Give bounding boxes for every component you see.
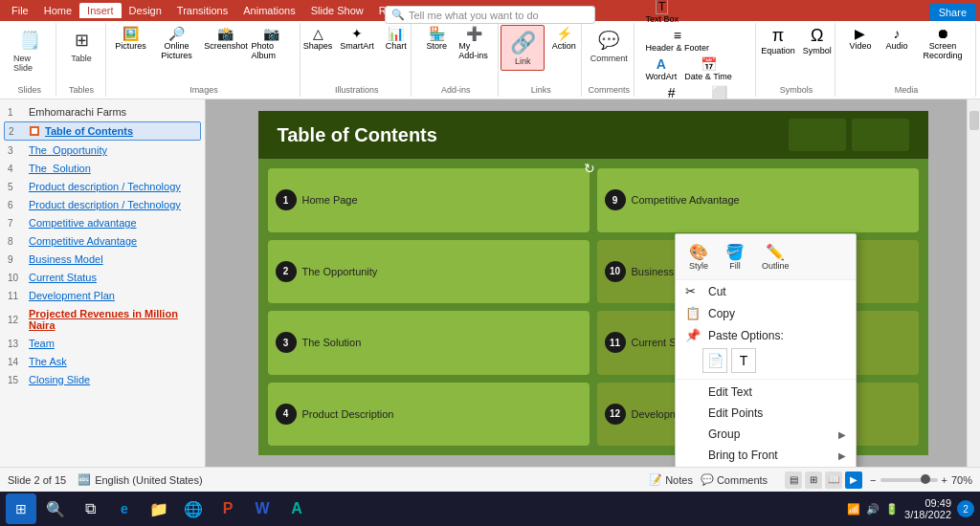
ctx-paste-keep-source[interactable]: 📄 xyxy=(702,348,727,373)
menu-slideshow[interactable]: Slide Show xyxy=(303,3,371,18)
new-slide-button[interactable]: 🗒️ New Slide xyxy=(10,25,50,75)
edge-button[interactable]: e xyxy=(109,493,140,524)
toc-item-4[interactable]: 4 Product Description xyxy=(268,383,590,447)
my-addins-button[interactable]: ➕ My Add-ins xyxy=(456,25,492,61)
slide-thumb-8[interactable]: 8 Competitive Advantage xyxy=(4,232,201,250)
ctx-send-to-back[interactable]: Send to Back ▶ xyxy=(676,466,856,467)
toc-item-1[interactable]: 1 Home Page xyxy=(268,168,590,232)
menu-design[interactable]: Design xyxy=(122,3,169,18)
comments-button[interactable]: 💬 Comments xyxy=(701,473,768,486)
tell-me-search[interactable]: 🔍 Tell me what you want to do xyxy=(385,6,595,24)
screenshot-button[interactable]: 📸 Screenshot xyxy=(205,25,246,61)
notification-badge[interactable]: 2 xyxy=(957,500,974,517)
symbol-button[interactable]: Ω Symbol xyxy=(800,25,835,56)
scrollbar-thumb[interactable] xyxy=(969,111,979,130)
menu-animations[interactable]: Animations xyxy=(235,3,302,18)
slide-thumb-6[interactable]: 6 Product description / Technology xyxy=(4,196,201,213)
slide-thumb-4[interactable]: 4 The_Solution xyxy=(4,160,201,177)
slide-thumb-15[interactable]: 15 Closing Slide xyxy=(4,371,201,388)
zoom-level: 70% xyxy=(951,474,972,486)
shapes-button[interactable]: △ Shapes xyxy=(301,25,336,52)
powerpoint-button[interactable]: P xyxy=(212,493,243,524)
normal-view-button[interactable]: ▤ xyxy=(785,471,802,489)
toc-item-9[interactable]: 9 Competitive Advantage xyxy=(597,168,919,232)
explorer-button[interactable]: 📁 xyxy=(144,493,174,524)
online-pictures-button[interactable]: 🔎 Online Pictures xyxy=(150,25,204,61)
reading-view-button[interactable]: 📖 xyxy=(825,471,842,489)
textbox-button[interactable]: T Text Box xyxy=(642,0,681,25)
ctx-cut[interactable]: ✂ Cut xyxy=(676,280,856,302)
equation-button[interactable]: π Equation xyxy=(758,25,798,56)
app8-button[interactable]: A xyxy=(281,493,312,524)
zoom-in-button[interactable]: + xyxy=(942,474,947,486)
chart-button[interactable]: 📊 Chart xyxy=(379,25,413,52)
header-deco-2 xyxy=(852,119,909,151)
right-scrollbar[interactable] xyxy=(967,99,980,467)
toc-item-3[interactable]: 3 The Solution xyxy=(268,311,590,375)
ctx-style-button[interactable]: 🎨 Style xyxy=(683,240,714,274)
ctx-outline-button[interactable]: ✏️ Outline xyxy=(756,240,795,274)
store-button[interactable]: 🏪 Store xyxy=(419,25,454,61)
slide-thumb-2[interactable]: 2 Table of Contents xyxy=(4,121,201,141)
header-deco-1 xyxy=(789,119,846,151)
zoom-slider[interactable] xyxy=(880,478,938,482)
ctx-copy[interactable]: 📋 Copy xyxy=(676,302,856,324)
comment-button[interactable]: 💬 Comment xyxy=(587,25,632,65)
view-buttons: ▤ ⊞ 📖 ▶ xyxy=(785,471,862,489)
task-view-button[interactable]: ⧉ xyxy=(75,493,105,524)
clock[interactable]: 09:49 3/18/2022 xyxy=(904,497,951,520)
ctx-paste-options[interactable]: 📌 Paste Options: xyxy=(676,324,856,346)
slide-sorter-button[interactable]: ⊞ xyxy=(805,471,822,489)
start-button[interactable]: ⊞ xyxy=(6,493,36,524)
slide-thumb-1[interactable]: 1 Emhomarachi Farms xyxy=(4,103,201,121)
ctx-group[interactable]: Group ▶ xyxy=(676,424,856,445)
photo-album-button[interactable]: 📷 Photo Album xyxy=(249,25,295,61)
pictures-button[interactable]: 🖼️ Pictures xyxy=(114,25,148,61)
zoom-slider-thumb[interactable] xyxy=(921,474,930,484)
link-button[interactable]: 🔗 Link xyxy=(501,25,545,71)
status-bar: Slide 2 of 15 🔤 English (United States) … xyxy=(0,467,980,492)
ctx-edit-points[interactable]: Edit Points xyxy=(676,403,856,424)
slide-thumb-5[interactable]: 5 Product description / Technology xyxy=(4,178,201,195)
date-time-button[interactable]: 📅 Date & Time xyxy=(681,55,735,82)
menu-transitions[interactable]: Transitions xyxy=(169,3,235,18)
slide-thumb-13[interactable]: 13 Team xyxy=(4,335,201,352)
wordart-icon: A xyxy=(657,56,666,72)
menu-insert[interactable]: Insert xyxy=(79,3,122,18)
equation-icon: π xyxy=(772,26,784,46)
slide-thumb-14[interactable]: 14 The Ask xyxy=(4,353,201,370)
smartart-button[interactable]: ✦ SmartArt xyxy=(337,25,377,52)
ctx-edit-text[interactable]: Edit Text xyxy=(676,382,856,403)
slide-thumb-12[interactable]: 12 Projected Revenues in Million Naira xyxy=(4,305,201,334)
toc-item-2[interactable]: 2 The Opportunity xyxy=(268,240,590,304)
edge-icon: e xyxy=(121,501,128,516)
slide-thumb-3[interactable]: 3 The_Opportunity xyxy=(4,142,201,159)
ribbon-group-links: 🔗 Link ⚡ Action Links xyxy=(501,23,582,97)
slide-thumb-9[interactable]: 9 Business Model xyxy=(4,251,201,268)
share-button[interactable]: Share xyxy=(929,4,976,21)
header-footer-button[interactable]: ≡ Header & Footer xyxy=(642,27,712,54)
ctx-paste-icon: 📌 xyxy=(685,328,701,342)
wordart-button[interactable]: A WordArt xyxy=(642,55,679,82)
table-button[interactable]: ⊞ Table xyxy=(64,25,99,65)
word-button[interactable]: W xyxy=(247,493,278,524)
slide-thumb-7[interactable]: 7 Competitive advantage xyxy=(4,214,201,231)
screen-recording-button[interactable]: ⏺ Screen Recording xyxy=(916,25,969,61)
slide-thumb-10[interactable]: 10 Current Status xyxy=(4,269,201,286)
video-button[interactable]: ▶ Video xyxy=(843,25,878,61)
ctx-paste-text-only[interactable]: T xyxy=(731,348,756,373)
notes-button[interactable]: 📝 Notes xyxy=(649,473,693,486)
audio-button[interactable]: ♪ Audio xyxy=(880,25,914,61)
slide-thumb-11[interactable]: 11 Development Plan xyxy=(4,287,201,304)
rotate-handle[interactable]: ↻ xyxy=(584,161,595,176)
zoom-out-button[interactable]: − xyxy=(870,474,876,486)
ctx-bring-to-front[interactable]: Bring to Front ▶ xyxy=(676,445,856,466)
action-button[interactable]: ⚡ Action xyxy=(546,25,581,71)
ctx-fill-button[interactable]: 🪣 Fill xyxy=(720,240,750,274)
search-taskbar-button[interactable]: 🔍 xyxy=(40,493,71,524)
menu-home[interactable]: Home xyxy=(36,3,79,18)
menu-file[interactable]: File xyxy=(4,3,36,18)
slideshow-button[interactable]: ▶ xyxy=(845,471,862,489)
ctx-cut-icon: ✂ xyxy=(685,284,701,298)
chrome-button[interactable]: 🌐 xyxy=(178,493,209,524)
